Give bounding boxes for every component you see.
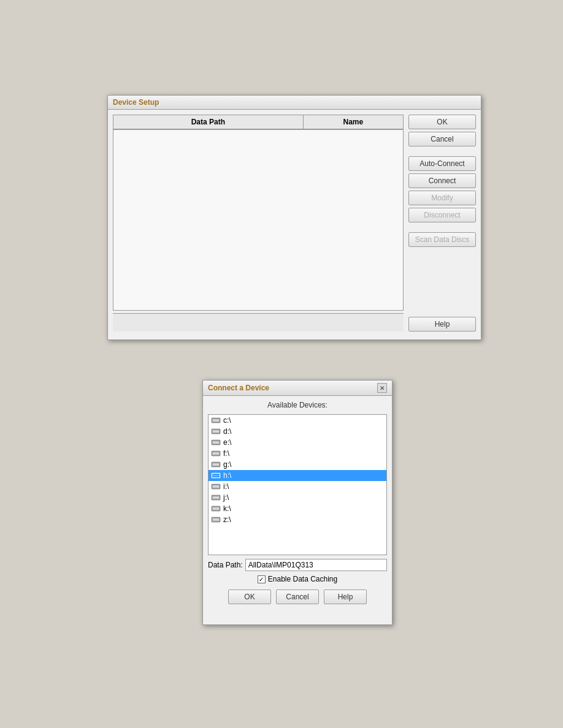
device-item[interactable]: i:\: [209, 481, 386, 492]
svg-rect-5: [213, 431, 219, 432]
device-item[interactable]: d:\: [209, 426, 386, 437]
device-item[interactable]: z:\: [209, 514, 386, 525]
connect-ok-button[interactable]: OK: [228, 590, 271, 604]
connect-help-button[interactable]: Help: [324, 590, 367, 604]
modify-button[interactable]: Modify: [408, 191, 476, 205]
device-setup-main: Data Path Name: [113, 115, 404, 332]
help-button[interactable]: Help: [408, 317, 476, 332]
device-setup-dialog: Device Setup Data Path Name OK Cancel Au…: [107, 95, 481, 340]
data-path-label: Data Path:: [208, 561, 243, 569]
data-path-row: Data Path:: [208, 559, 387, 571]
device-setup-table: Data Path Name: [113, 115, 404, 311]
svg-rect-8: [213, 442, 219, 443]
connect-button[interactable]: Connect: [408, 173, 476, 188]
svg-rect-26: [213, 508, 219, 509]
connect-cancel-button[interactable]: Cancel: [276, 590, 319, 604]
data-path-input[interactable]: [245, 559, 387, 571]
connect-device-dialog: Connect a Device ✕ Available Devices: c:…: [202, 380, 393, 625]
svg-rect-20: [213, 486, 219, 487]
device-setup-titlebar: Device Setup: [108, 96, 481, 110]
close-button[interactable]: ✕: [377, 383, 387, 393]
enable-caching-checkbox[interactable]: ✓: [258, 575, 266, 583]
device-setup-title: Device Setup: [113, 98, 159, 107]
svg-rect-2: [213, 420, 219, 421]
connect-device-titlebar: Connect a Device ✕: [203, 381, 392, 396]
devices-list[interactable]: c:\ d:\ e:\ f:\ g:\ h:\ i:\: [208, 414, 387, 555]
table-header-data-path: Data Path: [113, 115, 304, 129]
auto-connect-button[interactable]: Auto-Connect: [408, 156, 476, 171]
device-item[interactable]: f:\: [209, 448, 386, 459]
disconnect-button[interactable]: Disconnect: [408, 208, 476, 222]
svg-rect-17: [213, 475, 219, 476]
device-setup-footer: [113, 313, 404, 332]
table-header: Data Path Name: [113, 115, 403, 130]
ok-button[interactable]: OK: [408, 115, 476, 129]
available-devices-label: Available Devices:: [208, 401, 387, 409]
svg-rect-23: [213, 497, 219, 498]
device-setup-buttons: OK Cancel Auto-Connect Connect Modify Di…: [408, 115, 476, 332]
device-item[interactable]: e:\: [209, 437, 386, 448]
table-header-name: Name: [304, 115, 403, 129]
connect-device-title: Connect a Device: [208, 384, 269, 392]
device-item[interactable]: g:\: [209, 459, 386, 470]
device-item[interactable]: k:\: [209, 503, 386, 514]
device-item[interactable]: h:\: [209, 470, 386, 481]
device-setup-content: Data Path Name OK Cancel Auto-Connect Co…: [108, 110, 481, 336]
svg-rect-29: [213, 519, 219, 520]
svg-rect-11: [213, 453, 219, 454]
dialog-bottom-buttons: OK Cancel Help: [208, 590, 387, 604]
scan-data-discs-button[interactable]: Scan Data Discs: [408, 232, 476, 247]
enable-caching-label: Enable Data Caching: [268, 575, 337, 583]
connect-device-content: Available Devices: c:\ d:\ e:\ f:\ g:\: [203, 396, 392, 623]
enable-caching-row: ✓ Enable Data Caching: [208, 575, 387, 583]
cancel-button[interactable]: Cancel: [408, 132, 476, 146]
table-body[interactable]: [113, 130, 403, 310]
device-item[interactable]: c:\: [209, 415, 386, 426]
device-item[interactable]: j:\: [209, 492, 386, 503]
svg-rect-14: [213, 464, 219, 465]
